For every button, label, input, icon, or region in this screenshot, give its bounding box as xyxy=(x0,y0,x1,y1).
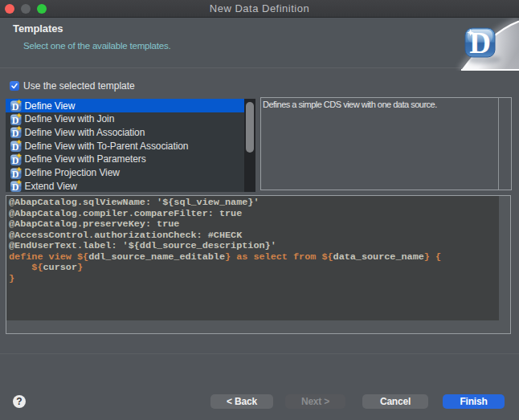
svg-text:D: D xyxy=(469,27,491,59)
